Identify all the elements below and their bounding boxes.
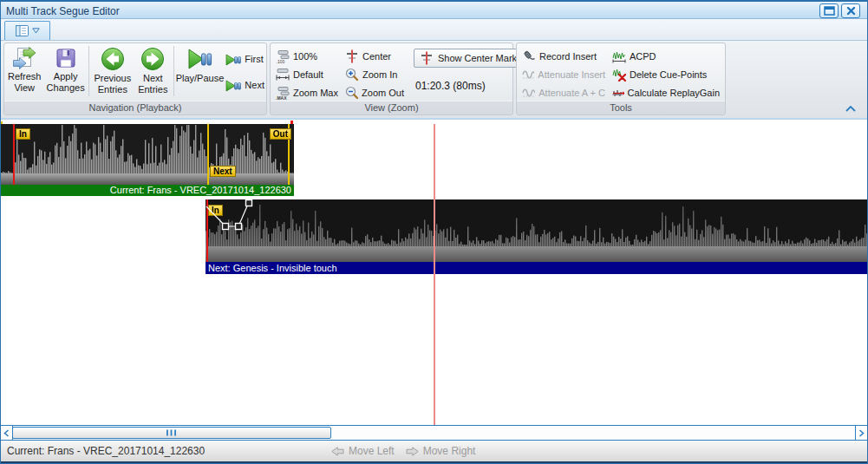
refresh-view-icon <box>12 46 36 70</box>
record-insert-label: Record Insert <box>539 51 597 62</box>
cue-next-line[interactable] <box>207 124 209 185</box>
ribbon-group-navigation: Refresh View Apply Changes <box>3 42 267 115</box>
group-caption-tools: Tools <box>517 101 725 114</box>
titlebar: Multi Track Segue Editor <box>0 0 868 19</box>
scroll-right-button[interactable] <box>855 426 867 440</box>
envelope-handle[interactable] <box>236 224 242 230</box>
attenuate-a-c-label: Attenuate A + C <box>538 88 605 98</box>
move-right-label: Move Right <box>423 445 476 457</box>
zoom-max-icon: .MAX <box>276 86 290 100</box>
record-insert-icon <box>522 49 536 63</box>
scroll-left-button[interactable] <box>1 426 13 440</box>
move-right-button[interactable]: Move Right <box>406 445 476 457</box>
chevron-left-icon <box>3 429 10 437</box>
close-button[interactable] <box>841 3 860 18</box>
ribbon-tabstrip <box>0 19 868 40</box>
play-pause-label: Play/Pause <box>176 73 225 84</box>
envelope-handle[interactable] <box>223 224 229 230</box>
zoom-default-label: Default <box>293 69 323 80</box>
cue-in-badge[interactable]: In <box>16 128 30 140</box>
next-entries-icon <box>140 46 166 72</box>
scrollbar-grip <box>166 429 177 436</box>
play-pause-button[interactable]: Play/Pause <box>176 43 225 84</box>
ribbon-menu-tab[interactable] <box>4 21 50 40</box>
zoom-in-button[interactable]: Zoom In <box>343 66 406 83</box>
ribbon-group-view: .100 100% Default <box>270 42 513 115</box>
waveform-editor[interactable]: In Next Out Current: Frans - VREC_201710… <box>1 120 867 425</box>
show-center-marker-icon <box>421 51 433 65</box>
multi-track-segue-editor-window: Multi Track Segue Editor <box>0 0 868 464</box>
next-button[interactable]: Next <box>224 76 266 94</box>
zoom-max-button[interactable]: .MAX Zoom Max <box>274 84 340 101</box>
attenuate-insert-label: Attenuate Insert <box>538 69 605 80</box>
svg-text:.MAX: .MAX <box>276 95 287 101</box>
cue-out-badge[interactable]: Out <box>270 128 291 140</box>
window-title: Multi Track Segue Editor <box>6 5 120 17</box>
scrollbar-thumb[interactable] <box>12 427 331 439</box>
acpd-icon <box>612 49 626 63</box>
cue-next-badge[interactable]: Next <box>210 166 236 177</box>
zoom-100-label: 100% <box>293 51 317 62</box>
refresh-view-button[interactable]: Refresh View <box>4 43 44 94</box>
center-label: Center <box>362 51 391 62</box>
volume-envelope <box>206 199 867 262</box>
apply-changes-icon <box>54 46 78 70</box>
attenuate-a-c-icon <box>522 86 535 100</box>
collapse-ribbon-button[interactable] <box>845 104 857 113</box>
next-label: Next <box>245 80 264 90</box>
track-next-waveform[interactable]: In <box>206 199 867 262</box>
svg-text:.100: .100 <box>277 59 285 64</box>
zoom-in-label: Zoom In <box>362 69 397 80</box>
maximize-button[interactable] <box>819 3 839 18</box>
status-current-text: Current: Frans - VREC_20171014_122630 <box>7 445 205 457</box>
apply-changes-button[interactable]: Apply Changes <box>44 43 86 94</box>
statusbar: Current: Frans - VREC_20171014_122630 Mo… <box>0 441 868 464</box>
show-center-marker-button[interactable]: Show Center Marker <box>414 49 532 68</box>
next-entries-label: Next Entries <box>134 73 172 95</box>
calculate-replaygain-icon <box>612 86 624 100</box>
window-controls <box>819 3 860 18</box>
center-button[interactable]: Center <box>343 48 406 65</box>
acpd-label: ACPD <box>630 51 656 62</box>
previous-entries-icon <box>100 46 126 72</box>
zoom-default-icon <box>276 68 290 82</box>
waveform-canvas-current <box>1 124 294 185</box>
track-current-waveform[interactable]: In Next Out <box>1 124 294 185</box>
first-icon <box>225 52 241 66</box>
track-next-label: Next: Genesis - Invisible touch <box>206 262 867 274</box>
separator <box>173 46 174 96</box>
move-left-button[interactable]: Move Left <box>331 445 395 457</box>
first-button[interactable]: First <box>224 50 266 68</box>
attenuate-insert-button[interactable]: Attenuate Insert <box>520 66 607 83</box>
zoom-out-button[interactable]: Zoom Out <box>343 84 406 101</box>
ribbon: Refresh View Apply Changes <box>0 40 868 120</box>
horizontal-scrollbar[interactable] <box>1 425 867 441</box>
zoom-out-icon <box>345 86 358 100</box>
cue-in-line[interactable] <box>13 124 15 185</box>
attenuate-insert-icon <box>522 68 534 82</box>
record-insert-button[interactable]: Record Insert <box>520 48 607 65</box>
zoom-100-icon: .100 <box>276 49 290 63</box>
center-icon <box>345 49 359 63</box>
previous-entries-button[interactable]: Previous Entries <box>91 43 134 95</box>
envelope-handle[interactable] <box>246 200 252 206</box>
attenuate-a-c-button[interactable]: Attenuate A + C <box>520 84 607 101</box>
zoom-default-button[interactable]: Default <box>274 66 340 83</box>
acpd-button[interactable]: ACPD <box>610 48 721 65</box>
play-pause-icon <box>186 46 212 72</box>
dropdown-arrow-icon <box>32 28 40 34</box>
maximize-icon <box>824 6 835 16</box>
show-center-marker-label: Show Center Marker <box>438 53 525 63</box>
next-entries-button[interactable]: Next Entries <box>134 43 172 95</box>
track-current: In Next Out Current: Frans - VREC_201710… <box>1 124 294 196</box>
move-left-label: Move Left <box>349 445 395 457</box>
zoom-100-button[interactable]: .100 100% <box>274 48 340 65</box>
track-next: In Next: Genesis - Invisible touch <box>206 199 867 274</box>
separator <box>88 46 89 96</box>
delete-cue-points-icon <box>612 68 626 82</box>
previous-entries-label: Previous Entries <box>91 73 134 95</box>
group-caption-navigation: Navigation (Playback) <box>4 101 266 114</box>
delete-cue-points-button[interactable]: Delete Cue-Points <box>610 66 721 83</box>
panel-list-icon <box>16 25 29 36</box>
calculate-replaygain-button[interactable]: Calculate ReplayGain <box>610 84 721 101</box>
